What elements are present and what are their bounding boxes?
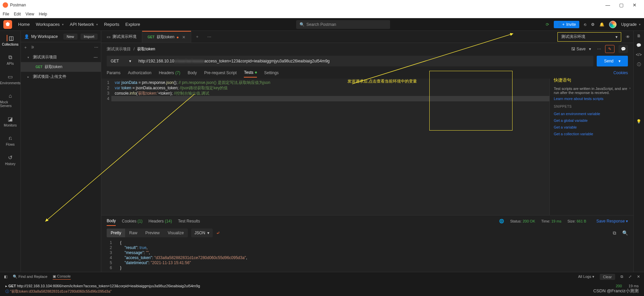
tree-folder[interactable]: ▸ 测试项目-上传文件 bbox=[21, 72, 101, 82]
tree-request[interactable]: GET 获取token bbox=[21, 62, 101, 72]
view-raw[interactable]: Raw bbox=[125, 229, 141, 237]
snippet-item[interactable]: Get a variable bbox=[554, 124, 629, 131]
search-icon[interactable]: 🔍 bbox=[622, 230, 628, 236]
find-replace-button[interactable]: 🔍 Find and Replace bbox=[13, 275, 47, 279]
learn-more-link[interactable]: Learn more about tests scripts bbox=[554, 97, 629, 101]
tab-settings[interactable]: Settings bbox=[264, 70, 279, 75]
edit-icon[interactable]: ✎ bbox=[605, 45, 614, 53]
nav-apis[interactable]: ⧉APIs bbox=[0, 53, 20, 67]
globe-icon[interactable]: 🌐 bbox=[499, 219, 504, 224]
docs-icon[interactable]: 🗎 bbox=[637, 34, 641, 38]
method-select[interactable]: GET▾ bbox=[107, 56, 135, 66]
sync-icon[interactable]: ⟳ bbox=[546, 22, 549, 27]
nav-home[interactable]: Home bbox=[18, 22, 30, 27]
menu-view[interactable]: View bbox=[25, 12, 34, 16]
add-icon[interactable]: ＋ bbox=[23, 45, 28, 50]
response-body[interactable]: 123456 { "result": true, "message": "", … bbox=[101, 239, 633, 272]
titlebar: Postman — ▢ ✕ bbox=[0, 0, 644, 10]
console-request-line[interactable]: ▸ GET http://192.168.10.104:8066/nem/ic/… bbox=[5, 283, 639, 289]
nav-flows[interactable]: ⎌Flows bbox=[0, 134, 20, 148]
runner-icon[interactable] bbox=[3, 20, 12, 29]
tab-environment[interactable]: ▭ 测试演示环境 bbox=[101, 31, 142, 43]
send-button[interactable]: Send▾ bbox=[597, 56, 628, 66]
search-input[interactable]: 🔍 Search Postman bbox=[296, 20, 390, 29]
minimize-button[interactable]: — bbox=[601, 2, 614, 8]
status-meta: Status: 200 OK bbox=[510, 219, 535, 223]
chevron-right-icon[interactable]: › bbox=[629, 86, 631, 90]
view-preview[interactable]: Preview bbox=[141, 229, 164, 237]
tree-folder[interactable]: ▾ 测试演示项目 ⋯ bbox=[21, 52, 101, 62]
tab-prerequest[interactable]: Pre-request Script bbox=[204, 70, 237, 75]
import-button[interactable]: Import bbox=[80, 34, 98, 40]
resp-tab-cookies[interactable]: Cookies (1) bbox=[122, 219, 142, 224]
save-response-button[interactable]: Save Response ▾ bbox=[596, 219, 628, 224]
close-tab-icon[interactable]: ✕ bbox=[182, 35, 185, 40]
close-console-icon[interactable]: ✕ bbox=[637, 275, 640, 279]
menu-help[interactable]: Help bbox=[39, 12, 47, 16]
copy-icon[interactable]: ⧉ bbox=[621, 275, 623, 279]
copy-icon[interactable]: ⧉ bbox=[613, 230, 616, 236]
resp-tab-headers[interactable]: Headers (14) bbox=[149, 219, 172, 224]
settings-icon[interactable]: ⚙ bbox=[591, 22, 595, 27]
notifications-icon[interactable]: 🔔 bbox=[599, 22, 604, 27]
nav-api-network[interactable]: API Network bbox=[70, 22, 98, 27]
menu-edit[interactable]: Edit bbox=[14, 12, 21, 16]
search-placeholder: Search Postman bbox=[307, 22, 336, 27]
logs-filter[interactable]: All Logs ▾ bbox=[578, 275, 594, 279]
tab-headers[interactable]: Headers (7) bbox=[159, 70, 180, 75]
upgrade-button[interactable]: Upgrade bbox=[621, 22, 641, 27]
more-icon[interactable]: ⋯ bbox=[597, 47, 601, 51]
environment-selector[interactable]: 测试演示环境 ▾ bbox=[557, 32, 621, 42]
tab-body[interactable]: Body bbox=[187, 70, 197, 75]
tab-request[interactable]: GET 获取token ● ✕ bbox=[142, 31, 191, 43]
resp-tab-body[interactable]: Body bbox=[107, 218, 116, 226]
tab-params[interactable]: Params bbox=[107, 70, 120, 75]
cookies-link[interactable]: Cookies bbox=[613, 70, 628, 75]
filter-icon[interactable]: ⚞ bbox=[31, 45, 35, 50]
tab-overflow-button[interactable]: ⋯ bbox=[203, 35, 215, 39]
tab-tests[interactable]: Tests bbox=[244, 70, 257, 78]
resp-tab-tests[interactable]: Test Results bbox=[178, 219, 200, 224]
info-icon[interactable]: ⓘ bbox=[637, 62, 641, 67]
avatar[interactable] bbox=[609, 21, 616, 28]
nav-monitors[interactable]: ◪Monitors bbox=[0, 114, 20, 129]
breadcrumb-parent[interactable]: 测试演示项目 bbox=[107, 46, 131, 52]
url-input[interactable]: http://192.168.10.10●/●●●/●●/●●●●●access… bbox=[135, 56, 593, 66]
more-icon[interactable]: ⋯ bbox=[94, 45, 98, 50]
nav-workspaces[interactable]: Workspaces bbox=[36, 22, 64, 27]
sidebar-toggle-icon[interactable]: ◧ bbox=[4, 275, 7, 279]
workspace-name[interactable]: My Workspace bbox=[31, 34, 60, 39]
tests-editor[interactable]: 1234 var jsonData = pm.response.json(); … bbox=[101, 79, 549, 215]
maximize-button[interactable]: ▢ bbox=[614, 2, 628, 8]
popout-icon[interactable]: ⤢ bbox=[629, 275, 632, 279]
more-icon[interactable]: ⋯ bbox=[94, 55, 98, 60]
tab-auth[interactable]: Authorization bbox=[128, 70, 151, 75]
nav-mock-servers[interactable]: ⌂Mock Servers bbox=[0, 92, 20, 109]
capture-icon[interactable]: ⎋ bbox=[584, 22, 586, 27]
invite-button[interactable]: 👤+Invite bbox=[554, 21, 579, 28]
wrap-icon[interactable]: ⤶ bbox=[216, 230, 220, 236]
save-button[interactable]: 🖫Save▾ bbox=[571, 47, 591, 51]
nav-reports[interactable]: Reports bbox=[104, 22, 119, 27]
snippet-item[interactable]: Get a collection variable bbox=[554, 131, 629, 137]
menu-file[interactable]: File bbox=[3, 12, 9, 16]
new-tab-button[interactable]: ＋ bbox=[191, 34, 203, 40]
console-button[interactable]: ▣ Console bbox=[53, 274, 70, 280]
nav-history[interactable]: ↺History bbox=[0, 153, 20, 167]
nav-collections[interactable]: ◫Collections bbox=[0, 34, 20, 48]
new-button[interactable]: New bbox=[63, 34, 77, 40]
code-icon[interactable]: </> bbox=[636, 52, 642, 57]
environment-preview-icon[interactable]: 👁 bbox=[623, 35, 633, 39]
snippet-item[interactable]: Get an environment variable bbox=[554, 110, 629, 117]
nav-explore[interactable]: Explore bbox=[125, 22, 140, 27]
comment-icon[interactable]: 💬 bbox=[619, 45, 628, 53]
idea-icon[interactable]: 💡 bbox=[636, 119, 641, 124]
nav-environments[interactable]: ▭Environments bbox=[0, 72, 20, 86]
snippet-item[interactable]: Get a global variable bbox=[554, 117, 629, 124]
view-visualize[interactable]: Visualize bbox=[164, 229, 188, 237]
clear-button[interactable]: Clear bbox=[600, 274, 615, 280]
close-button[interactable]: ✕ bbox=[628, 2, 641, 8]
comments-icon[interactable]: 💬 bbox=[636, 43, 641, 48]
format-select[interactable]: JSON▾ bbox=[191, 229, 213, 237]
view-pretty[interactable]: Pretty bbox=[107, 229, 125, 237]
